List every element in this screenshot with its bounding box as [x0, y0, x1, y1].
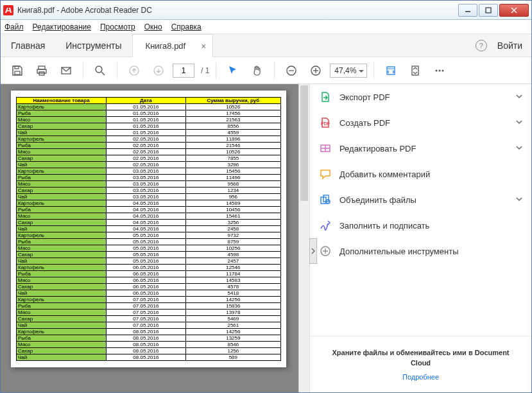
- minimize-button[interactable]: [458, 4, 477, 17]
- table-cell: 08.05.2016: [107, 335, 186, 342]
- sign-icon: [319, 219, 332, 232]
- print-button[interactable]: [31, 60, 52, 81]
- table-cell: Картофель: [17, 168, 107, 175]
- vertical-scrollbar[interactable]: [298, 84, 309, 392]
- separator: [274, 62, 275, 79]
- table-cell: 05.05.2016: [107, 252, 186, 258]
- more-tools-button[interactable]: [429, 60, 450, 81]
- tab-document[interactable]: Книга8.pdf ×: [132, 34, 214, 57]
- tab-close-icon[interactable]: ×: [201, 41, 206, 51]
- table-cell: 8546: [185, 342, 280, 348]
- svg-rect-5: [15, 66, 19, 69]
- svg-point-24: [442, 69, 444, 71]
- tools-item-more[interactable]: Дополнительные инструменты: [310, 238, 531, 264]
- table-cell: 03.05.2016: [107, 168, 186, 175]
- help-icon[interactable]: ?: [476, 40, 487, 51]
- table-cell: 13259: [185, 335, 280, 342]
- save-button[interactable]: [7, 60, 28, 81]
- table-cell: 05.05.2016: [107, 258, 186, 265]
- table-row: Чай01.05.20164559: [17, 130, 281, 136]
- table-row: Рыба01.05.201617456: [17, 110, 281, 117]
- hand-tool[interactable]: [247, 60, 268, 81]
- close-button[interactable]: [499, 4, 529, 17]
- table-cell: Рыба: [17, 175, 107, 181]
- table-row: Чай05.05.20162457: [17, 258, 281, 265]
- table-cell: Картофель: [17, 297, 107, 303]
- table-cell: 08.05.2016: [107, 354, 186, 361]
- table-row: Мясо07.05.201613978: [17, 310, 281, 316]
- page-total-label: / 1: [201, 66, 209, 75]
- signin-button[interactable]: Войти: [497, 40, 522, 51]
- tools-item-create[interactable]: PDFСоздать PDF: [310, 110, 531, 135]
- tools-item-export[interactable]: Экспорт PDF: [310, 84, 531, 110]
- table-cell: Чай: [17, 194, 107, 200]
- menu-edit[interactable]: Редактирование: [33, 22, 91, 31]
- chevron-down-icon: [516, 92, 522, 101]
- table-row: Мясо08.05.20168546: [17, 342, 281, 348]
- table-cell: 13978: [185, 310, 280, 316]
- next-page-button[interactable]: [148, 60, 169, 81]
- table-cell: 15836: [185, 303, 280, 310]
- fit-width-button[interactable]: [381, 60, 401, 81]
- separator: [216, 62, 216, 79]
- maximize-button[interactable]: [479, 4, 498, 17]
- table-cell: 04.05.2016: [107, 220, 186, 226]
- table-cell: 15456: [185, 168, 280, 175]
- footer-link[interactable]: Подробнее: [322, 373, 520, 381]
- table-cell: 03.05.2016: [107, 181, 186, 188]
- table-cell: Рыба: [17, 143, 107, 149]
- table-cell: 05.05.2016: [107, 239, 186, 245]
- search-button[interactable]: [90, 60, 110, 81]
- table-cell: Картофель: [17, 104, 107, 110]
- table-cell: 04.05.2016: [107, 226, 186, 232]
- table-cell: Сахар: [17, 348, 107, 354]
- menu-help[interactable]: Справка: [171, 22, 202, 31]
- tab-home[interactable]: Главная: [1, 34, 55, 57]
- table-cell: 05.05.2016: [107, 232, 186, 239]
- table-cell: 03.05.2016: [107, 175, 186, 181]
- tools-item-label: Редактировать PDF: [339, 144, 516, 153]
- tools-item-combine[interactable]: Объединить файлы: [310, 187, 531, 213]
- table-cell: Мясо: [17, 181, 107, 188]
- tools-item-comment[interactable]: Добавить комментарий: [310, 161, 531, 187]
- menu-window[interactable]: Окно: [144, 22, 162, 31]
- svg-rect-7: [39, 66, 45, 69]
- menu-window-label: Окно: [144, 22, 162, 31]
- tools-item-sign[interactable]: Заполнить и подписать: [310, 213, 531, 238]
- zoom-out-button[interactable]: [281, 60, 302, 81]
- table-cell: 06.05.2016: [107, 271, 186, 277]
- window-controls: [457, 4, 529, 17]
- table-row: Картофель05.05.20169732: [17, 232, 281, 239]
- prev-page-button[interactable]: [124, 60, 144, 81]
- table-cell: Мясо: [17, 149, 107, 155]
- table-cell: 07.05.2016: [107, 316, 186, 322]
- email-button[interactable]: [56, 60, 76, 81]
- table-row: Мясо03.05.20169568: [17, 181, 281, 188]
- table-row: Сахар08.05.20161256: [17, 348, 281, 354]
- scrollbar-thumb[interactable]: [300, 85, 308, 201]
- tab-tools[interactable]: Инструменты: [55, 34, 132, 57]
- table-cell: 06.05.2016: [107, 290, 186, 297]
- table-cell: 9568: [185, 181, 280, 188]
- menu-view[interactable]: Просмотр: [100, 22, 135, 31]
- svg-rect-8: [37, 69, 46, 73]
- table-row: Рыба02.05.201621546: [17, 143, 281, 149]
- table-cell: 03.05.2016: [107, 194, 186, 200]
- table-cell: 08.05.2016: [107, 348, 186, 354]
- table-cell: Мясо: [17, 245, 107, 252]
- page-number-input[interactable]: [173, 64, 194, 78]
- table-row: Чай07.05.20162561: [17, 322, 281, 329]
- panel-toggle[interactable]: [309, 238, 317, 264]
- select-tool[interactable]: [223, 60, 243, 81]
- tools-item-edit[interactable]: Редактировать PDF: [310, 135, 531, 161]
- svg-line-12: [101, 72, 105, 75]
- table-row: Сахар06.05.20164578: [17, 284, 281, 290]
- table-cell: 01.05.2016: [107, 104, 186, 110]
- menu-file[interactable]: Файл: [4, 22, 24, 31]
- fit-page-button[interactable]: [405, 60, 425, 81]
- table-cell: 3296: [185, 162, 280, 168]
- zoom-in-button[interactable]: [305, 60, 326, 81]
- zoom-dropdown[interactable]: 47,4%: [330, 64, 367, 78]
- table-cell: 01.05.2016: [107, 123, 186, 130]
- table-cell: 10456: [185, 207, 280, 213]
